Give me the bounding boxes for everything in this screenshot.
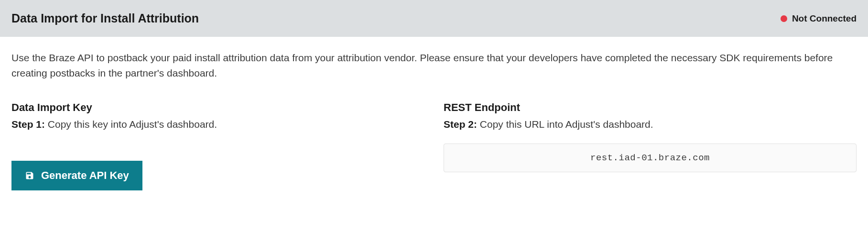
- step-2-label: Step 2:: [444, 119, 477, 130]
- rest-endpoint-title: REST Endpoint: [444, 101, 857, 114]
- step-2-text: Copy this URL into Adjust's dashboard.: [477, 119, 653, 130]
- description-text: Use the Braze API to postback your paid …: [11, 50, 857, 80]
- save-icon: [25, 171, 34, 180]
- data-import-key-column: Data Import Key Step 1: Copy this key in…: [11, 101, 424, 190]
- connection-status-badge: Not Connected: [781, 13, 857, 24]
- step-1-line: Step 1: Copy this key into Adjust's dash…: [11, 119, 424, 130]
- rest-endpoint-value: rest.iad-01.braze.com: [590, 153, 710, 163]
- rest-endpoint-column: REST Endpoint Step 2: Copy this URL into…: [444, 101, 857, 190]
- generate-api-key-button[interactable]: Generate API Key: [11, 161, 142, 190]
- status-dot-icon: [781, 15, 787, 22]
- columns-container: Data Import Key Step 1: Copy this key in…: [11, 101, 857, 190]
- status-text: Not Connected: [792, 13, 857, 24]
- generate-api-key-label: Generate API Key: [41, 169, 129, 182]
- panel-title: Data Import for Install Attribution: [11, 11, 199, 25]
- panel-header: Data Import for Install Attribution Not …: [0, 0, 868, 37]
- panel-content: Use the Braze API to postback your paid …: [0, 37, 868, 204]
- step-1-text: Copy this key into Adjust's dashboard.: [45, 119, 217, 130]
- rest-endpoint-box[interactable]: rest.iad-01.braze.com: [444, 144, 857, 172]
- step-1-label: Step 1:: [11, 119, 45, 130]
- step-2-line: Step 2: Copy this URL into Adjust's dash…: [444, 119, 857, 130]
- data-import-key-title: Data Import Key: [11, 101, 424, 114]
